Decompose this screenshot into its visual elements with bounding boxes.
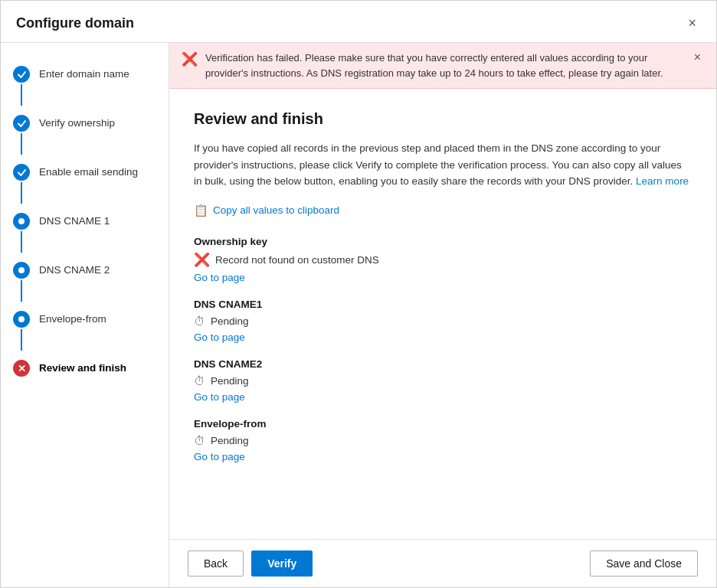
record-ownership-key: Ownership key ❌ Record not found on cust… [194,236,692,283]
step-label-envelope-from: Envelope-from [39,311,106,327]
step-circle-verify-ownership [13,115,30,132]
copy-all-values-link[interactable]: 📋 Copy all values to clipboard [194,204,692,217]
step-connector-dns-cname-1 [13,213,30,253]
dialog-footer: Back Verify Save and Close [169,539,716,587]
dialog-title: Configure domain [16,15,134,31]
step-label-review-finish: Review and finish [39,360,126,376]
step-label-enter-domain: Enter domain name [39,66,129,82]
dns-cname2-status: ⏱ Pending [194,374,692,387]
dns-cname1-title: DNS CNAME1 [194,299,692,310]
step-circle-enable-email [13,164,30,181]
pending-status-icon-envelope: ⏱ [194,434,205,447]
record-dns-cname2: DNS CNAME2 ⏱ Pending Go to page [194,358,692,403]
ownership-key-status-text: Record not found on customer DNS [215,254,379,266]
ownership-key-title: Ownership key [194,236,692,247]
step-label-enable-email: Enable email sending [39,164,138,180]
step-circle-review-finish: ✕ [13,360,30,377]
envelope-from-status: ⏱ Pending [194,434,692,447]
step-circle-dns-cname-1 [13,213,30,230]
step-connector-review-finish: ✕ [13,360,30,377]
step-circle-envelope-from [13,311,30,328]
record-dns-cname1: DNS CNAME1 ⏱ Pending Go to page [194,299,692,343]
step-line-5 [21,280,22,302]
back-button[interactable]: Back [188,550,244,577]
dns-cname2-go-to-page-link[interactable]: Go to page [194,391,245,403]
content-area: Review and finish If you have copied all… [169,89,716,539]
step-connector-envelope-from [13,311,30,351]
step-label-dns-cname-2: DNS CNAME 2 [39,262,110,278]
ownership-key-status: ❌ Record not found on customer DNS [194,252,692,268]
copy-icon: 📋 [194,204,208,217]
step-circle-dns-cname-2 [13,262,30,279]
dns-cname2-status-text: Pending [211,375,249,387]
envelope-from-title: Envelope-from [194,418,692,430]
pending-status-icon-cname1: ⏱ [194,315,205,328]
verify-button[interactable]: Verify [251,550,313,577]
footer-left-buttons: Back Verify [188,550,313,577]
configure-domain-dialog: Configure domain × Enter domain name [0,0,717,588]
alert-close-button[interactable]: × [691,51,704,64]
step-connector-verify-ownership [13,115,30,155]
dns-cname1-go-to-page-link[interactable]: Go to page [194,332,245,343]
section-title: Review and finish [194,110,692,128]
sidebar-item-dns-cname-2[interactable]: DNS CNAME 2 [1,257,169,306]
step-label-verify-ownership: Verify ownership [39,115,115,131]
step-line-1 [21,84,22,106]
step-label-dns-cname-1: DNS CNAME 1 [39,213,110,229]
dns-cname2-title: DNS CNAME2 [194,358,692,370]
error-status-icon: ❌ [194,252,210,268]
step-circle-enter-domain [13,66,30,83]
envelope-from-status-text: Pending [211,435,249,446]
step-connector-enable-email [13,164,30,204]
sidebar-item-verify-ownership[interactable]: Verify ownership [1,110,169,159]
copy-link-label: Copy all values to clipboard [213,204,339,216]
main-content: ❌ Verification has failed. Please make s… [169,43,716,587]
step-connector-dns-cname-2 [13,262,30,302]
sidebar-item-envelope-from[interactable]: Envelope-from [1,306,169,355]
dialog-body: Enter domain name Verify ownership [1,43,716,587]
pending-status-icon-cname2: ⏱ [194,374,205,387]
envelope-from-go-to-page-link[interactable]: Go to page [194,451,245,462]
step-line-3 [21,182,22,204]
record-envelope-from: Envelope-from ⏱ Pending Go to page [194,418,692,462]
step-line-2 [21,133,22,155]
alert-bar: ❌ Verification has failed. Please make s… [169,43,716,89]
sidebar-item-review-finish[interactable]: ✕ Review and finish [1,355,169,381]
alert-text: Verification has failed. Please make sur… [205,51,683,80]
ownership-key-go-to-page-link[interactable]: Go to page [194,272,245,283]
dns-cname1-status: ⏱ Pending [194,315,692,328]
sidebar-item-dns-cname-1[interactable]: DNS CNAME 1 [1,208,169,257]
section-description: If you have copied all records in the pr… [194,140,692,190]
step-line-6 [21,329,22,351]
alert-error-icon: ❌ [182,51,198,67]
step-line-4 [21,231,22,253]
sidebar-item-enter-domain[interactable]: Enter domain name [1,61,169,110]
step-connector-enter-domain [13,66,30,106]
sidebar: Enter domain name Verify ownership [1,43,169,587]
learn-more-link[interactable]: Learn more [636,175,689,187]
dialog-close-button[interactable]: × [683,13,701,33]
sidebar-item-enable-email[interactable]: Enable email sending [1,159,169,208]
dns-cname1-status-text: Pending [211,315,249,327]
save-and-close-button[interactable]: Save and Close [590,550,698,577]
dialog-header: Configure domain × [1,1,716,43]
